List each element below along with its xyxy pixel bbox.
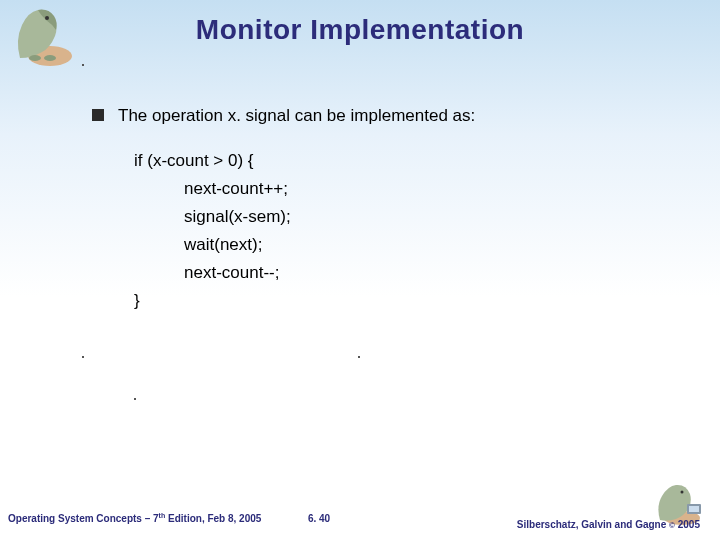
footer-right-pre: Silberschatz, Galvin and Gagne bbox=[517, 519, 669, 530]
code-line-4: wait(next); bbox=[134, 231, 680, 259]
bullet-pre: The operation bbox=[118, 106, 228, 125]
footer-right: Silberschatz, Galvin and Gagne © 2005 bbox=[517, 519, 700, 530]
slide-content: The operation x. signal can be implement… bbox=[92, 105, 680, 315]
svg-point-5 bbox=[681, 491, 684, 494]
svg-point-2 bbox=[29, 55, 41, 61]
decorative-dot bbox=[358, 356, 360, 358]
svg-rect-7 bbox=[689, 506, 699, 512]
decorative-dot bbox=[82, 64, 84, 66]
decorative-dot bbox=[82, 356, 84, 358]
svg-point-1 bbox=[45, 16, 49, 20]
bullet-op: x. signal bbox=[228, 106, 290, 125]
dinosaur-logo-top bbox=[0, 0, 78, 68]
footer-right-year: 2005 bbox=[675, 519, 700, 530]
decorative-dot bbox=[134, 398, 136, 400]
code-line-6: } bbox=[134, 287, 680, 315]
bullet-text: The operation x. signal can be implement… bbox=[118, 105, 475, 127]
code-block: if (x-count > 0) { next-count++; signal(… bbox=[134, 147, 680, 315]
bullet-square-icon bbox=[92, 109, 104, 121]
code-line-3: signal(x-sem); bbox=[134, 203, 680, 231]
svg-point-3 bbox=[44, 55, 56, 61]
code-line-2: next-count++; bbox=[134, 175, 680, 203]
slide-footer: Operating System Concepts – 7th Edition,… bbox=[8, 512, 630, 524]
code-line-5: next-count--; bbox=[134, 259, 680, 287]
bullet-item: The operation x. signal can be implement… bbox=[92, 105, 680, 127]
code-line-1: if (x-count > 0) { bbox=[134, 147, 680, 175]
bullet-post: can be implemented as: bbox=[290, 106, 475, 125]
slide-title: Monitor Implementation bbox=[0, 0, 720, 46]
